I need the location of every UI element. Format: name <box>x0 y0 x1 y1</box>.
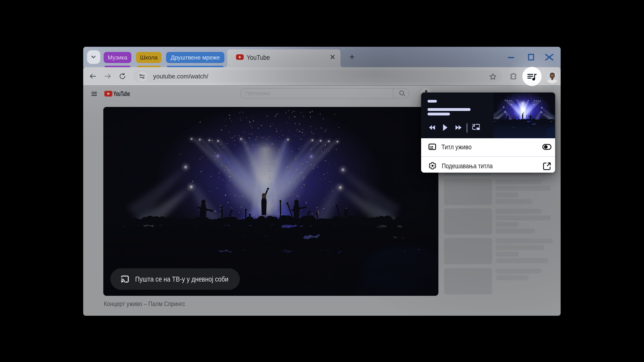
svg-text:Концерт уживо – Палм Спрингс: Концерт уживо – Палм Спрингс <box>104 300 185 307</box>
svg-text:YouTube: YouTube <box>247 54 270 61</box>
svg-text:Подешавања титла: Подешавања титла <box>442 162 493 170</box>
svg-text:Пушта се на ТВ-у у дневној соб: Пушта се на ТВ-у у дневној соби <box>135 275 228 283</box>
svg-text:Титл уживо: Титл уживо <box>442 143 472 151</box>
svg-text:YouTube: YouTube <box>113 90 130 97</box>
